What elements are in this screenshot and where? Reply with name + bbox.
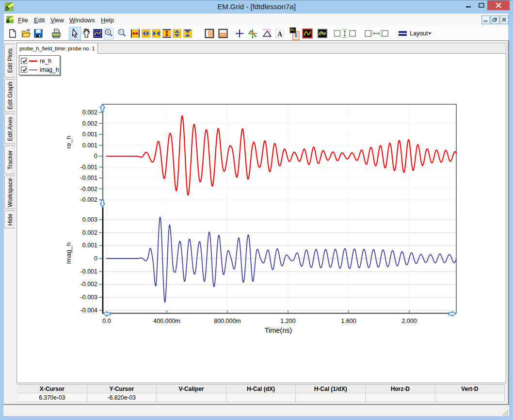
svg-text:0: 0 [94,255,97,262]
svg-text:0.002: 0.002 [82,229,97,236]
svg-text:0.0: 0.0 [102,318,111,324]
svg-text:-0.002: -0.002 [80,281,97,288]
svg-text:Time(ns): Time(ns) [265,326,292,334]
svg-text:-0.004: -0.004 [80,307,97,314]
svg-text:-0.001: -0.001 [80,164,97,171]
svg-text:800.000m: 800.000m [214,318,241,324]
svg-text:-0.001: -0.001 [80,175,97,181]
svg-text:-0.002: -0.002 [80,186,97,193]
svg-text:0.001: 0.001 [82,131,97,138]
svg-text:0.001: 0.001 [82,242,97,249]
svg-text:0.003: 0.003 [82,216,97,223]
svg-text:-0.003: -0.003 [80,294,97,301]
svg-text:-0.002: -0.002 [80,196,97,203]
svg-text:400.000m: 400.000m [153,318,180,324]
svg-text:0.001: 0.001 [82,142,97,149]
svg-text:0: 0 [94,153,97,160]
svg-text:1.200: 1.200 [280,318,295,324]
svg-text:1.600: 1.600 [341,318,356,324]
svg-text:re_h: re_h [65,135,72,148]
svg-text:2.000: 2.000 [401,318,417,324]
svg-text:-0.001: -0.001 [80,268,97,275]
svg-text:imag_h: imag_h [65,242,72,264]
svg-text:0.002: 0.002 [82,109,97,116]
svg-text:0.002: 0.002 [82,120,97,127]
